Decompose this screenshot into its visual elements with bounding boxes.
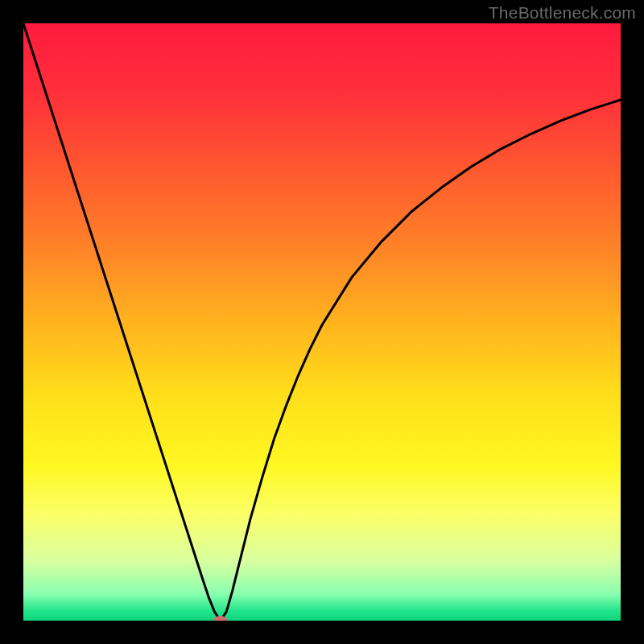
watermark-text: TheBottleneck.com: [489, 3, 636, 23]
gradient-background: [23, 23, 621, 621]
chart-frame: TheBottleneck.com: [0, 0, 644, 644]
plot-area: [23, 23, 621, 621]
chart-svg: [23, 23, 621, 621]
